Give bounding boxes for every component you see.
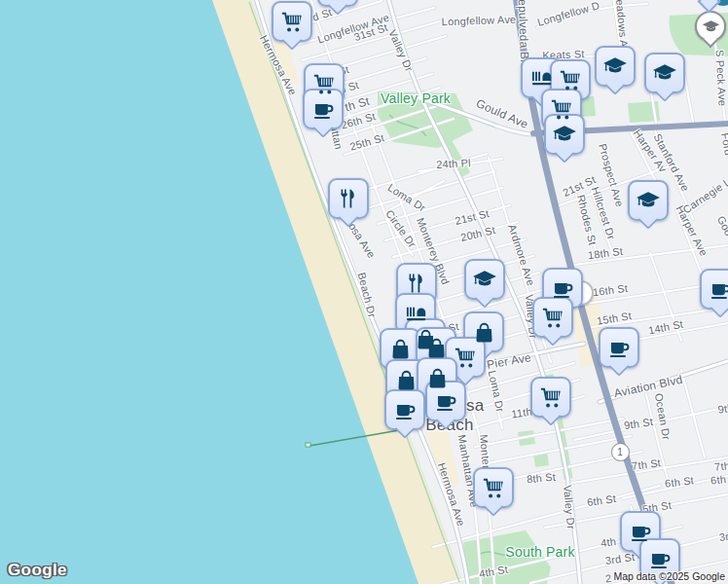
shopping-cart-icon [539,385,564,410]
shopping-cart-marker[interactable] [530,377,571,418]
poi-markers-layer [0,0,728,584]
school-pin-marker[interactable] [695,11,726,42]
restaurant-marker[interactable] [328,178,369,219]
shopping-bag-icon [388,337,413,361]
shopping-cart-icon [454,346,478,370]
shopping-cart-marker[interactable] [473,467,514,508]
shopping-cart-marker[interactable] [272,1,312,42]
school-marker[interactable] [628,180,669,221]
school-marker[interactable] [464,259,505,300]
coffee-cup-icon [648,547,673,571]
coffee-cup-icon [434,389,458,414]
coffee-cup-icon [709,277,728,302]
coffee-shop-marker[interactable] [700,269,728,310]
shopping-cart-icon [559,68,583,92]
shopping-bag-icon [472,320,496,345]
coffee-cup-icon [311,97,336,122]
shopping-bag-icon [394,368,419,392]
map-attribution[interactable]: Map data ©2025 Google [613,570,725,582]
shopping-cart-icon [541,306,565,330]
shopping-cart-icon [312,72,337,96]
coffee-cup-icon [607,336,632,360]
coffee-shop-marker[interactable] [599,327,639,368]
graduation-cap-icon [602,54,628,79]
graduation-cap-icon [636,188,661,213]
map-canvas[interactable]: d StLongfellow Ave31st StValley DrLongfe… [0,0,728,584]
coffee-cup-icon [393,398,418,422]
shopping-bag-icon [424,336,449,360]
restaurant-icon [405,272,428,295]
store-icon [529,66,554,91]
coffee-cup-icon [629,520,653,544]
school-marker[interactable] [644,53,685,93]
graduation-cap-icon [652,60,677,86]
shopping-cart-marker[interactable] [532,297,573,338]
shopping-cart-icon [280,10,305,34]
shopping-bag-icon [425,366,450,390]
store-icon [404,302,428,326]
graduation-cap-icon [702,18,720,36]
graduation-cap-icon [472,267,497,292]
shopping-cart-icon [482,476,506,500]
coffee-shop-marker[interactable] [384,389,425,430]
shopping-cart-icon [550,97,574,122]
google-logo[interactable]: Google [8,561,67,580]
shopping-cart-marker[interactable] [317,0,358,7]
school-marker[interactable] [595,46,636,87]
restaurant-icon [337,187,360,210]
graduation-cap-icon [552,122,577,147]
coffee-cup-icon [551,276,575,301]
